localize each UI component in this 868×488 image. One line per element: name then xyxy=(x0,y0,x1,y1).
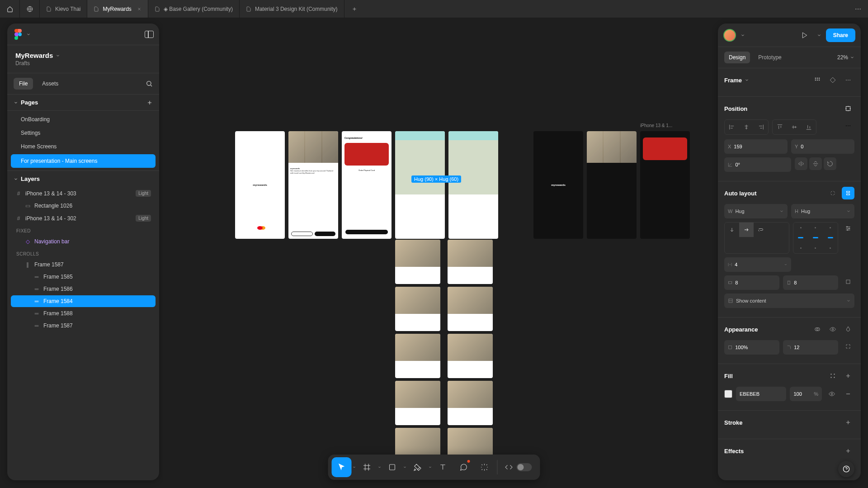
remove-fill-button[interactable] xyxy=(842,388,854,400)
tab-base-gallery[interactable]: ◈ Base Gallery (Community) xyxy=(148,0,240,18)
move-tool-button[interactable] xyxy=(332,457,352,477)
dev-mode-toggle[interactable] xyxy=(500,463,537,471)
visibility-button[interactable] xyxy=(826,323,839,336)
share-button[interactable]: Share xyxy=(826,28,855,42)
layer-frame-1584[interactable]: ═ Frame 1584 xyxy=(11,295,156,307)
corner-radius-field[interactable] xyxy=(783,340,838,355)
advanced-layout-button[interactable] xyxy=(842,222,854,235)
artboard-map2-light[interactable]: iPhone 13 & 1... xyxy=(448,131,498,239)
align-vcenter-button[interactable] xyxy=(787,120,802,134)
present-button[interactable] xyxy=(797,28,812,43)
prototype-tab[interactable]: Prototype xyxy=(754,52,786,63)
assets-tab[interactable]: Assets xyxy=(37,78,64,90)
artboard-onboarding-dark[interactable]: iPhone 13 & 1... xyxy=(587,131,637,239)
x-field[interactable]: X xyxy=(724,139,788,154)
x-input[interactable] xyxy=(734,144,784,149)
direction-wrap-button[interactable] xyxy=(754,223,768,237)
chevron-down-icon[interactable] xyxy=(741,33,745,38)
alignment-grid[interactable] xyxy=(793,222,838,254)
layer-rectangle-1026[interactable]: ▭ Rectangle 1026 xyxy=(11,200,156,212)
align-hcenter-button[interactable] xyxy=(739,120,754,134)
resize-to-fit-button[interactable] xyxy=(811,74,824,86)
fill-hex-field[interactable] xyxy=(736,387,786,401)
blend-mode-button[interactable] xyxy=(811,323,824,336)
home-button[interactable] xyxy=(0,0,20,18)
artboard-congrats-light[interactable]: iPhone 13 & 1... Congratulations! Order … xyxy=(342,131,392,239)
close-tab-button[interactable] xyxy=(137,7,142,11)
community-button[interactable] xyxy=(20,0,40,18)
chevron-down-icon[interactable] xyxy=(378,465,382,469)
independent-corners-button[interactable] xyxy=(842,340,854,353)
layer-iphone-303[interactable]: # iPhone 13 & 14 - 303 Light xyxy=(11,187,156,199)
autolayout-enabled-button[interactable] xyxy=(842,187,854,199)
list-item[interactable] xyxy=(395,381,440,425)
layer-frame-1588[interactable]: ═ Frame 1588 xyxy=(11,308,156,319)
align-left-button[interactable] xyxy=(725,120,739,134)
page-presentation[interactable]: For presentation - Main screens xyxy=(11,154,156,168)
add-stroke-button[interactable] xyxy=(842,416,854,429)
remove-autolayout-button[interactable] xyxy=(826,187,839,199)
align-top-button[interactable] xyxy=(773,120,787,134)
figma-logo-icon[interactable] xyxy=(13,29,24,40)
y-input[interactable] xyxy=(801,144,851,149)
align-right-button[interactable] xyxy=(754,120,768,134)
artboard-congrats-dark[interactable]: iPhone 13 & 1... xyxy=(640,131,690,239)
layer-frame-1586[interactable]: ═ Frame 1586 xyxy=(11,283,156,295)
layers-header[interactable]: Layers xyxy=(7,171,159,187)
list-item[interactable] xyxy=(448,334,493,378)
artboard-splash-light[interactable]: Splash screen myrewards xyxy=(235,131,285,239)
fill-styles-button[interactable] xyxy=(826,370,839,382)
gap-field[interactable] xyxy=(724,257,791,272)
height-field[interactable]: HHug xyxy=(791,204,854,218)
artboard-splash-dark[interactable]: Splash screen myrewards xyxy=(533,131,583,239)
chevron-down-icon[interactable] xyxy=(429,465,432,469)
fill-hex-input[interactable] xyxy=(740,391,783,397)
list-item[interactable] xyxy=(448,287,493,331)
rotation-input[interactable] xyxy=(736,162,788,167)
tab-myrewards[interactable]: MyRewards xyxy=(87,0,148,18)
app-menu-button[interactable] xyxy=(848,0,868,18)
tab-material3[interactable]: Material 3 Design Kit (Community) xyxy=(240,0,344,18)
direction-horizontal-button[interactable] xyxy=(739,223,754,237)
radius-input[interactable] xyxy=(794,345,835,350)
shape-tool-button[interactable] xyxy=(382,457,402,477)
frame-type-dropdown[interactable]: Frame xyxy=(724,77,749,84)
gap-input[interactable] xyxy=(735,262,781,267)
list-item[interactable] xyxy=(448,381,493,425)
fill-opacity-input[interactable] xyxy=(793,391,811,397)
vpad-input[interactable] xyxy=(794,280,835,285)
toggle-panel-button[interactable] xyxy=(145,31,154,38)
fill-color-swatch[interactable] xyxy=(724,390,732,398)
user-avatar[interactable] xyxy=(723,29,736,42)
fill-opacity-field[interactable]: % xyxy=(790,387,822,401)
design-canvas[interactable]: Splash screen myrewards iPhone 13 & 1...… xyxy=(163,18,718,488)
list-item[interactable] xyxy=(395,287,440,331)
chevron-down-icon[interactable] xyxy=(26,32,31,37)
fill-visibility-button[interactable] xyxy=(826,388,838,400)
opacity-input[interactable] xyxy=(735,345,776,350)
hpad-input[interactable] xyxy=(735,280,776,285)
help-button[interactable] xyxy=(838,461,854,477)
opacity-field[interactable] xyxy=(724,340,779,355)
independent-padding-button[interactable] xyxy=(842,275,854,288)
toggle-switch[interactable] xyxy=(517,463,532,471)
frame-tool-button[interactable] xyxy=(357,457,377,477)
layer-frame-1587b[interactable]: ═ Frame 1587 xyxy=(11,320,156,332)
tab-kievo[interactable]: Kievo Thai xyxy=(40,0,87,18)
absolute-position-button[interactable] xyxy=(842,102,854,115)
text-tool-button[interactable] xyxy=(433,457,453,477)
design-tab[interactable]: Design xyxy=(724,52,750,63)
add-effect-button[interactable] xyxy=(842,445,854,457)
page-onboarding[interactable]: OnBoarding xyxy=(7,113,159,126)
artboard-map-light[interactable]: iPhone 13 & 1... xyxy=(395,131,445,239)
layer-frame-1587[interactable]: ‖ Frame 1587 xyxy=(11,259,156,270)
horizontal-padding-field[interactable] xyxy=(724,275,779,290)
zoom-control[interactable]: 22% xyxy=(837,54,854,61)
component-config-button[interactable] xyxy=(826,74,839,86)
add-page-button[interactable] xyxy=(146,99,153,106)
add-fill-button[interactable] xyxy=(842,370,854,382)
artboard-onboarding-light[interactable]: iPhone 13 & 1... myrewardsGet maximum be… xyxy=(288,131,338,239)
clip-content-field[interactable]: Show content xyxy=(724,294,854,308)
vertical-padding-field[interactable] xyxy=(783,275,838,290)
page-home-screens[interactable]: Home Screens xyxy=(7,140,159,153)
